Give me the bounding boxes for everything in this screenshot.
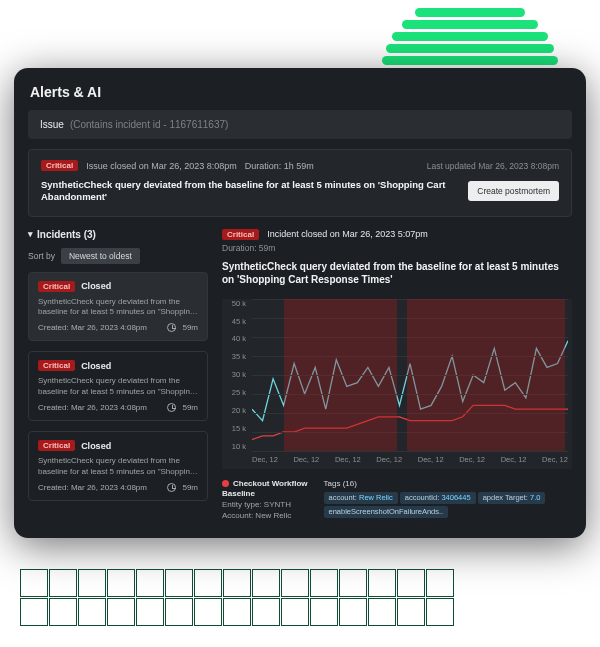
legend-swatch-icon	[222, 480, 229, 487]
sort-dropdown[interactable]: Newest to oldest	[61, 248, 140, 264]
detail-severity-badge: Critical	[222, 229, 259, 240]
deco-grid	[20, 569, 460, 629]
incident-status: Closed	[81, 441, 111, 451]
severity-badge: Critical	[38, 281, 75, 292]
incidents-count-label: Incidents (3)	[37, 229, 96, 240]
incident-chart: 50 k45 k40 k35 k30 k25 k20 k15 k10 k Dec…	[222, 299, 572, 469]
incident-card[interactable]: CriticalClosedSyntheticCheck query devia…	[28, 272, 208, 342]
issue-label: Issue	[40, 119, 64, 130]
legend-entity: Entity type: SYNTH	[222, 500, 291, 509]
issue-title: SyntheticCheck query deviated from the b…	[41, 179, 458, 204]
incident-status: Closed	[81, 361, 111, 371]
legend-name: Checkout Workflow Baseline	[222, 479, 308, 499]
tag-pill[interactable]: account: Rew Relic	[324, 492, 398, 504]
incident-created: Created: Mar 26, 2023 4:08pm	[38, 403, 147, 412]
issue-id: (Contains incident id - 1167611637)	[70, 119, 228, 130]
incident-created: Created: Mar 26, 2023 4:08pm	[38, 323, 147, 332]
tags-title: Tags (16)	[324, 479, 572, 488]
severity-badge: Critical	[38, 440, 75, 451]
incident-created: Created: Mar 26, 2023 4:08pm	[38, 483, 147, 492]
issue-duration: Duration: 1h 59m	[245, 161, 314, 171]
detail-closed-text: Incident closed on Mar 26, 2023 5:07pm	[267, 229, 428, 239]
detail-duration: Duration: 59m	[222, 243, 572, 253]
detail-title: SyntheticCheck query deviated from the b…	[222, 260, 572, 287]
chevron-down-icon: ▾	[28, 229, 33, 239]
tag-pill[interactable]: apdex Target: 7.0	[478, 492, 546, 504]
incident-desc: SyntheticCheck query deviated from the b…	[38, 297, 198, 318]
tag-pill[interactable]: accountId: 3406445	[400, 492, 476, 504]
clock-icon	[167, 483, 176, 492]
tag-pill[interactable]: enableScreenshotOnFailureAnds..	[324, 506, 449, 518]
incident-list: CriticalClosedSyntheticCheck query devia…	[28, 272, 208, 501]
clock-icon	[167, 323, 176, 332]
severity-badge: Critical	[41, 160, 78, 171]
clock-icon	[167, 403, 176, 412]
tag-list: account: Rew RelicaccountId: 3406445apde…	[324, 491, 572, 519]
incident-card[interactable]: CriticalClosedSyntheticCheck query devia…	[28, 431, 208, 501]
tags-block: Tags (16) account: Rew RelicaccountId: 3…	[324, 479, 572, 519]
create-postmortem-button[interactable]: Create postmortem	[468, 181, 559, 201]
main-window: Alerts & AI Issue (Contains incident id …	[14, 68, 586, 538]
issue-summary-card: Critical Issue closed on Mar 26, 2023 8:…	[28, 149, 572, 217]
incident-card[interactable]: CriticalClosedSyntheticCheck query devia…	[28, 351, 208, 421]
page-title: Alerts & AI	[30, 84, 570, 100]
issue-last-updated: Last updated Mar 26, 2023 8:08pm	[427, 161, 559, 171]
incident-desc: SyntheticCheck query deviated from the b…	[38, 376, 198, 397]
incidents-toggle[interactable]: ▾ Incidents (3)	[28, 229, 208, 240]
issue-bar[interactable]: Issue (Contains incident id - 1167611637…	[28, 110, 572, 139]
legend-account: Account: New Relic	[222, 511, 291, 520]
incident-duration: 59m	[182, 483, 198, 492]
incident-duration: 59m	[182, 403, 198, 412]
incident-status: Closed	[81, 281, 111, 291]
incident-duration: 59m	[182, 323, 198, 332]
severity-badge: Critical	[38, 360, 75, 371]
issue-closed-text: Issue closed on Mar 26, 2023 8:08pm	[86, 161, 237, 171]
chart-legend: Checkout Workflow Baseline Entity type: …	[222, 479, 308, 522]
sort-by-label: Sort by	[28, 251, 55, 261]
incident-desc: SyntheticCheck query deviated from the b…	[38, 456, 198, 477]
